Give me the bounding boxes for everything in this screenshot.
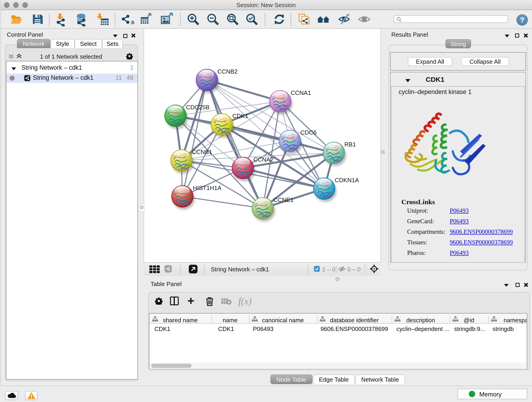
- svg-text:CCNB2: CCNB2: [217, 68, 238, 75]
- svg-text:CCNA1: CCNA1: [291, 89, 311, 96]
- svg-text:CDKN1A: CDKN1A: [335, 177, 359, 184]
- svg-text:CCNE1: CCNE1: [273, 196, 293, 203]
- svg-text:CCNA2: CCNA2: [253, 156, 273, 163]
- svg-text:HIST1H1A: HIST1H1A: [193, 185, 222, 191]
- svg-text:RB1: RB1: [344, 141, 356, 148]
- svg-text:CDC25B: CDC25B: [186, 104, 210, 111]
- svg-text:CDK1: CDK1: [232, 113, 248, 119]
- svg-text:CDC6: CDC6: [300, 129, 317, 136]
- svg-text:CCNB1: CCNB1: [192, 148, 212, 155]
